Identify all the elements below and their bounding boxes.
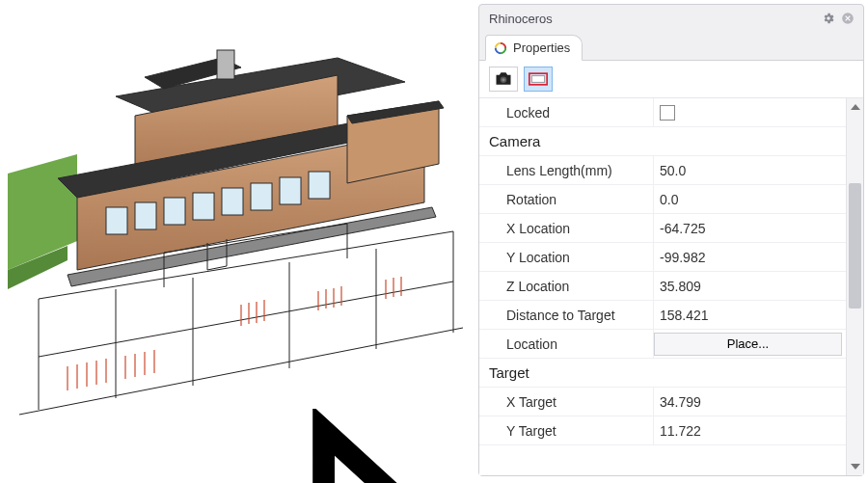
row-location: Location Place... <box>479 330 846 359</box>
x-target-label: X Target <box>479 394 653 410</box>
gear-icon[interactable] <box>819 9 838 28</box>
y-location-label: Y Location <box>479 250 653 265</box>
row-rotation: Rotation <box>479 185 846 214</box>
svg-rect-50 <box>531 76 544 83</box>
lens-length-label: Lens Length(mm) <box>479 163 653 178</box>
panel-title: Rhinoceros <box>485 12 819 26</box>
svg-rect-15 <box>309 172 330 199</box>
close-icon[interactable] <box>838 9 857 28</box>
locked-label: Locked <box>479 105 653 121</box>
section-target: Target <box>479 359 846 388</box>
svg-point-48 <box>502 78 504 81</box>
x-location-label: X Location <box>479 221 653 236</box>
svg-rect-12 <box>222 188 243 215</box>
properties-scroll-area: Locked Camera Lens Length(mm) Rotation X… <box>479 98 846 475</box>
properties-body: Locked Camera Lens Length(mm) Rotation X… <box>479 98 863 475</box>
tab-properties[interactable]: Properties <box>485 35 583 61</box>
frame-icon <box>529 72 548 86</box>
viewport-drawing <box>0 0 482 483</box>
viewport-3d[interactable] <box>0 0 482 483</box>
panel-titlebar: Rhinoceros <box>479 5 863 32</box>
svg-rect-11 <box>193 193 214 220</box>
row-lens-length: Lens Length(mm) <box>479 156 846 185</box>
row-z-location: Z Location <box>479 272 846 301</box>
panel-tabstrip: Properties <box>479 32 863 61</box>
row-y-target: Y Target <box>479 416 846 445</box>
lens-length-input[interactable] <box>660 163 846 178</box>
properties-scrollbar[interactable] <box>846 98 863 475</box>
y-location-input[interactable] <box>660 250 846 265</box>
tab-properties-label: Properties <box>513 40 570 55</box>
frame-mode-button[interactable] <box>524 67 553 92</box>
z-location-label: Z Location <box>479 279 653 294</box>
x-location-input[interactable] <box>660 221 846 236</box>
row-locked: Locked <box>479 98 846 127</box>
svg-rect-8 <box>106 207 127 234</box>
row-distance-to-target: Distance to Target <box>479 301 846 330</box>
scroll-down-button[interactable] <box>847 458 863 475</box>
y-target-input[interactable] <box>660 423 846 439</box>
row-x-location: X Location <box>479 214 846 243</box>
distance-label: Distance to Target <box>479 308 653 323</box>
properties-toolbar <box>479 61 863 98</box>
distance-input[interactable] <box>660 308 846 323</box>
svg-rect-13 <box>251 183 272 210</box>
y-target-label: Y Target <box>479 423 653 439</box>
chevron-down-icon <box>851 464 860 470</box>
locked-checkbox[interactable] <box>660 105 675 121</box>
location-label: Location <box>479 336 653 352</box>
row-y-location: Y Location <box>479 243 846 272</box>
row-x-target: X Target <box>479 388 846 416</box>
properties-tab-icon <box>494 41 507 55</box>
rotation-label: Rotation <box>479 192 653 207</box>
z-location-input[interactable] <box>660 279 846 294</box>
scroll-up-button[interactable] <box>847 98 863 116</box>
rotation-input[interactable] <box>660 192 846 207</box>
svg-rect-14 <box>280 177 301 204</box>
camera-icon <box>494 71 513 87</box>
place-button[interactable]: Place... <box>654 333 842 356</box>
camera-mode-button[interactable] <box>489 67 518 92</box>
x-target-input[interactable] <box>660 394 846 410</box>
svg-rect-9 <box>135 202 156 229</box>
scroll-thumb[interactable] <box>849 183 861 309</box>
chevron-up-icon <box>851 104 860 110</box>
svg-rect-4 <box>217 50 234 79</box>
properties-panel: Rhinoceros Properties <box>478 4 864 476</box>
svg-rect-10 <box>164 198 185 225</box>
section-camera: Camera <box>479 127 846 156</box>
